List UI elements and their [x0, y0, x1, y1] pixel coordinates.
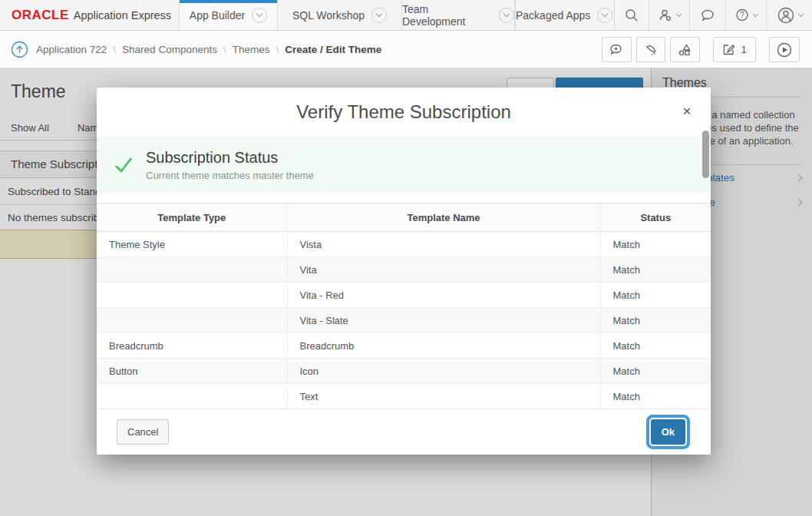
- breadcrumb-bar: Application 722 \ Shared Components \ Th…: [0, 31, 812, 68]
- svg-text:?: ?: [740, 11, 744, 19]
- shapes-button[interactable]: [670, 37, 700, 62]
- dialog-footer: Cancel Ok: [97, 408, 711, 455]
- table-row: BreadcrumbBreadcrumbMatch: [97, 333, 711, 359]
- edit-page-icon: [722, 43, 736, 57]
- checkmark-icon: [114, 155, 134, 175]
- table-cell: Button: [97, 359, 287, 384]
- table-cell: Match: [600, 283, 711, 308]
- breadcrumb-separator: \: [113, 44, 116, 55]
- nav-tab-app-builder[interactable]: App Builder: [179, 0, 277, 30]
- column-header-status: Status: [600, 203, 711, 232]
- edit-page-button[interactable]: 1: [713, 37, 756, 62]
- breadcrumb: Application 722 \ Shared Components \ Th…: [36, 44, 381, 55]
- breadcrumb-separator: \: [276, 44, 279, 55]
- chevron-down-icon: [797, 11, 803, 16]
- template-table-wrap: Template Type Template Name Status Theme…: [97, 203, 711, 409]
- table-cell: Theme Style: [97, 232, 287, 257]
- table-cell: [97, 257, 287, 283]
- chevron-down-icon: [675, 11, 681, 16]
- table-cell: Text: [287, 384, 600, 409]
- page-toolbar: 1: [602, 37, 800, 62]
- table-row: TextMatch: [97, 384, 711, 409]
- status-heading: Subscription Status: [146, 149, 314, 167]
- template-table: Template Type Template Name Status Theme…: [97, 203, 711, 409]
- nav-tab-label: SQL Workshop: [292, 9, 365, 22]
- table-cell: Breadcrumb: [287, 333, 600, 359]
- column-header-template-type: Template Type: [97, 203, 287, 232]
- chevron-down-icon[interactable]: [597, 8, 612, 23]
- ok-button[interactable]: Ok: [651, 419, 685, 445]
- search-icon[interactable]: [614, 0, 649, 30]
- table-cell: Match: [600, 232, 711, 257]
- table-row: Vita - SlateMatch: [97, 308, 711, 333]
- breadcrumb-item[interactable]: Application 722: [36, 44, 107, 55]
- table-cell: Icon: [287, 359, 600, 384]
- top-nav: ORACLE Application Express App Builder S…: [0, 0, 812, 31]
- nav-icon-group: ?: [614, 0, 812, 30]
- table-cell: Vita - Slate: [287, 308, 600, 333]
- feedback-bubble-icon[interactable]: [689, 0, 725, 30]
- comment-plus-button[interactable]: [602, 37, 632, 62]
- close-icon[interactable]: ×: [677, 101, 697, 121]
- breadcrumb-item[interactable]: Shared Components: [122, 44, 217, 55]
- run-page-icon: [777, 42, 792, 58]
- table-cell: Match: [600, 257, 711, 283]
- table-row: ButtonIconMatch: [97, 359, 711, 384]
- account-icon[interactable]: [766, 0, 812, 30]
- table-cell: Vita - Red: [287, 283, 600, 308]
- run-page-button[interactable]: [769, 37, 800, 62]
- table-header-row: Template Type Template Name Status: [97, 203, 711, 232]
- help-icon[interactable]: ?: [725, 0, 766, 30]
- chevron-down-icon[interactable]: [499, 8, 514, 23]
- oracle-logo: ORACLE: [12, 8, 69, 23]
- nav-tab-label: Packaged Apps: [516, 9, 590, 22]
- breadcrumb-current: Create / Edit Theme: [285, 44, 381, 55]
- admin-user-icon[interactable]: [649, 0, 689, 30]
- status-detail: Current theme matches master theme: [146, 170, 314, 181]
- table-cell: Match: [600, 359, 711, 384]
- column-header-template-name: Template Name: [287, 203, 600, 232]
- chevron-down-icon[interactable]: [252, 8, 267, 23]
- nav-up-icon[interactable]: [11, 41, 28, 58]
- table-cell: Breadcrumb: [97, 333, 287, 359]
- table-cell: Match: [600, 384, 711, 409]
- chevron-down-icon: [752, 11, 758, 16]
- table-row: Vita - RedMatch: [97, 283, 711, 308]
- breadcrumb-separator: \: [223, 44, 226, 55]
- dialog-header: Verify Theme Subscription ×: [97, 88, 711, 137]
- cancel-button[interactable]: Cancel: [117, 419, 169, 445]
- table-cell: [97, 384, 287, 409]
- table-cell: Vita: [287, 257, 600, 283]
- nav-tab-packaged-apps[interactable]: Packaged Apps: [515, 0, 612, 30]
- breadcrumb-item[interactable]: Themes: [233, 44, 270, 55]
- table-cell: Match: [600, 333, 711, 359]
- nav-tab-team-development[interactable]: Team Development: [401, 0, 515, 30]
- dialog-title: Verify Theme Subscription: [296, 101, 511, 123]
- nav-tab-sql-workshop[interactable]: SQL Workshop: [277, 0, 401, 30]
- flashlight-icon: [644, 43, 658, 57]
- comment-plus-icon: [609, 43, 624, 57]
- chevron-down-icon[interactable]: [371, 8, 387, 23]
- nav-tab-label: App Builder: [190, 9, 245, 22]
- table-cell: Match: [600, 308, 711, 333]
- edit-page-number: 1: [741, 44, 746, 55]
- table-cell: [97, 283, 287, 308]
- scrollbar-thumb[interactable]: [702, 131, 709, 178]
- flashlight-button[interactable]: [636, 37, 665, 62]
- table-cell: [97, 308, 287, 333]
- brand: ORACLE Application Express: [0, 0, 179, 30]
- table-cell: Vista: [287, 232, 600, 257]
- product-name: Application Express: [74, 9, 171, 22]
- subscription-status-banner: Subscription Status Current theme matche…: [97, 137, 711, 194]
- verify-theme-subscription-dialog: Verify Theme Subscription × Subscription…: [97, 88, 711, 455]
- nav-tab-label: Team Development: [402, 3, 492, 28]
- table-row: VitaMatch: [97, 257, 711, 283]
- table-row: Theme StyleVistaMatch: [97, 232, 711, 257]
- shapes-icon: [678, 43, 692, 57]
